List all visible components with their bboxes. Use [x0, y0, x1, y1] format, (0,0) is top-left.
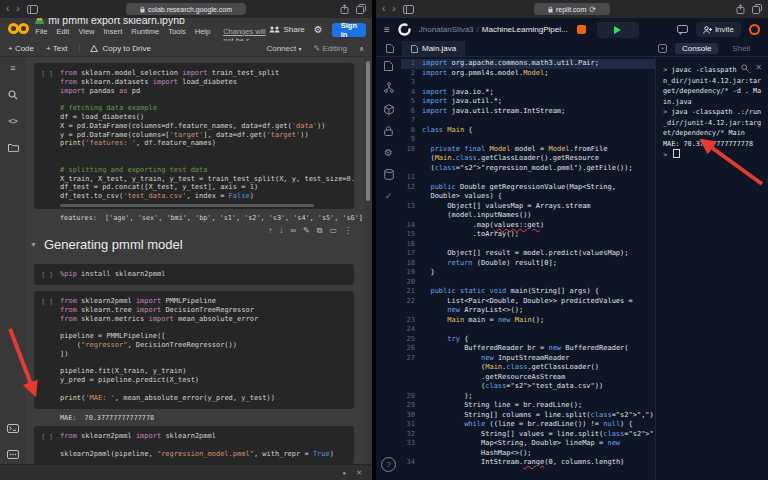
table-of-contents-icon[interactable]: ≡	[10, 63, 15, 73]
editor-line[interactable]: 14 .map(values::get)	[401, 221, 655, 231]
run-button[interactable]	[597, 22, 639, 38]
editor-line[interactable]: new ArrayList<>();	[401, 306, 655, 316]
editor-line[interactable]: (class="s2">"test_data.csv"))	[401, 382, 655, 392]
editor-line[interactable]: 34 IntStream.range(0, columns.length)	[401, 458, 655, 468]
editor-line[interactable]: (Main.class.getClassLoader()	[401, 363, 655, 373]
editor-line[interactable]: 3	[401, 78, 655, 88]
sidebar-toggle-icon[interactable]	[27, 5, 38, 14]
editor-line[interactable]: 7	[401, 116, 655, 126]
console-pane[interactable]: ✕ > javac -classpath .:/run_dir/junit-4.…	[655, 57, 768, 480]
back-button[interactable]: ‹	[382, 0, 385, 18]
run-cell-button[interactable]: [ ]	[34, 270, 60, 279]
editor-line[interactable]: 19 }	[401, 268, 655, 278]
code-snippets-icon[interactable]: <>	[8, 117, 18, 126]
editor-line[interactable]: 23 Main main = new Main();	[401, 316, 655, 326]
tab-shell[interactable]: Shell	[726, 43, 756, 54]
move-cell-down-icon[interactable]: ↓	[279, 226, 283, 236]
link-cell-icon[interactable]: ∞	[290, 226, 296, 236]
editor-line[interactable]: 27 new InputStreamReader	[401, 354, 655, 364]
code-cell-pipeline[interactable]: [ ] from sklearn2pmml import PMMLPipelin…	[34, 291, 354, 409]
collapse-header-icon[interactable]: ∧	[359, 45, 364, 53]
editor-line[interactable]: 31 while ((line = br.readLine()) != null…	[401, 420, 655, 430]
code-text[interactable]: (Main.class.getClassLoader().getResource	[422, 154, 599, 164]
code-text[interactable]: String[] columns = line.split(class="s2"…	[422, 411, 655, 421]
code-text[interactable]: Object[] result = model.predict(valuesMa…	[422, 249, 629, 259]
java-code-editor[interactable]: 1import org.apache.commons.math3.util.Pa…	[401, 57, 655, 480]
code-text[interactable]: return (Double) result[0];	[422, 259, 557, 269]
code-text[interactable]: while ((line = br.readLine()) != null) {	[422, 420, 633, 430]
sidebar-toggle-icon[interactable]	[403, 5, 414, 14]
editor-line[interactable]: 12 public Double getRegressionValue(Map<…	[401, 183, 655, 193]
close-panel-icon[interactable]: ✕	[356, 469, 362, 477]
code-text[interactable]: Main main = new Main();	[422, 316, 544, 326]
more-cell-actions-icon[interactable]: ⋮	[344, 226, 352, 236]
editor-line[interactable]: 2import org.pmml4s.model.Model;	[401, 69, 655, 79]
editor-line[interactable]: 13 Object[] valuesMap = Arrays.stream	[401, 202, 655, 212]
connect-button[interactable]: Connect ▾	[266, 44, 301, 53]
editor-line[interactable]: 24	[401, 325, 655, 335]
copy-to-drive-button[interactable]: Copy to Drive	[79, 44, 150, 53]
secrets-lock-icon[interactable]	[384, 126, 393, 136]
editor-line[interactable]: (class="s2">"regression_model.pmml").get…	[401, 164, 655, 174]
editor-line[interactable]: 10 private final Model model = Model.fro…	[401, 145, 655, 155]
code-text[interactable]: try {	[422, 335, 468, 345]
code-text[interactable]: import java.util.stream.IntStream;	[422, 107, 565, 117]
editor-line[interactable]: 11	[401, 173, 655, 183]
console-search-icon[interactable]	[741, 64, 749, 72]
copy-cell-icon[interactable]: ⧉	[317, 226, 323, 236]
editor-line[interactable]: 15 .toArray();	[401, 230, 655, 240]
cell-code[interactable]: from sklearn.model_selection import trai…	[60, 69, 354, 203]
editor-line[interactable]: 8class Main {	[401, 126, 655, 136]
console-cursor[interactable]	[673, 149, 680, 158]
editor-line[interactable]: 21 public static void main(String[] args…	[401, 287, 655, 297]
editor-line[interactable]: 29 String line = br.readLine();	[401, 401, 655, 411]
editor-line[interactable]: Double> values) {	[401, 192, 655, 202]
editor-line[interactable]: 30 String[] columns = line.split(class="…	[401, 411, 655, 421]
code-text[interactable]: List<Pair<Double, Double>> predictedValu…	[422, 297, 633, 307]
tabs-icon[interactable]	[356, 4, 366, 14]
code-text[interactable]: IntStream.range(0, columns.length)	[422, 458, 624, 468]
cell-code[interactable]: %pip install sklearn2pmml	[60, 270, 354, 279]
code-text[interactable]: import java.io.*;	[422, 88, 494, 98]
code-text[interactable]: String[] values = line.split(class="s2">…	[422, 430, 655, 440]
code-text[interactable]: .toArray();	[422, 230, 519, 240]
file-pane-icon[interactable]	[386, 44, 394, 53]
console-clear-icon[interactable]: ✕	[755, 63, 762, 72]
address-bar[interactable]: colab.research.google.com	[126, 3, 246, 15]
editor-line[interactable]: 17 Object[] result = model.predict(value…	[401, 249, 655, 259]
editor-line[interactable]: (model.inputNames())	[401, 211, 655, 221]
run-cell-button[interactable]: [ ]	[34, 69, 60, 203]
variable-inspector-icon[interactable]	[7, 450, 19, 459]
share-page-icon[interactable]	[340, 4, 349, 14]
add-code-button[interactable]: + Code	[8, 44, 34, 53]
editor-line[interactable]: 4import java.io.*;	[401, 88, 655, 98]
move-cell-up-icon[interactable]: ↑	[268, 226, 272, 236]
editor-line[interactable]: 28 );	[401, 392, 655, 402]
code-text[interactable]: BufferedReader br = new BufferedReader(	[422, 344, 629, 354]
breadcrumb-username[interactable]: JhonatanSilva3	[419, 25, 474, 34]
editor-line[interactable]: 26 BufferedReader br = new BufferedReade…	[401, 344, 655, 354]
code-text[interactable]: .getResourceAsStream	[422, 373, 565, 383]
forward-button[interactable]: ›	[392, 0, 395, 18]
section-heading[interactable]: ▼ Generating pmml model	[30, 237, 183, 252]
code-text[interactable]: Object[] valuesMap = Arrays.stream	[422, 202, 591, 212]
back-button[interactable]: ‹	[6, 0, 9, 18]
code-text[interactable]: (Main.class.getClassLoader()	[422, 363, 599, 373]
replit-logo[interactable]	[397, 22, 412, 37]
cell-code[interactable]: from sklearn2pmml import PMMLPipeline fr…	[60, 297, 354, 403]
terminal-icon[interactable]	[7, 424, 19, 433]
files-icon[interactable]	[8, 143, 19, 152]
code-text[interactable]: Map<String, Double> lineMap = new	[422, 439, 620, 449]
edit-cell-icon[interactable]: ✎	[303, 226, 310, 236]
share-button[interactable]: Share	[269, 25, 304, 34]
run-cell-button[interactable]: [ ]	[34, 432, 60, 458]
tab-console[interactable]: Console	[675, 43, 718, 54]
address-bar[interactable]: replit.com ⟳	[534, 3, 610, 15]
code-text[interactable]: Double> values) {	[422, 192, 502, 202]
editor-line[interactable]: 1import org.apache.commons.math3.util.Pa…	[401, 59, 655, 69]
editor-line[interactable]: 32 String[] values = line.split(class="s…	[401, 430, 655, 440]
cell-hscrollbar[interactable]	[60, 204, 314, 207]
invite-button[interactable]: Invite	[696, 22, 741, 37]
code-text[interactable]: HashMap<>();	[422, 449, 532, 459]
pane-layout-icon[interactable]	[658, 44, 667, 53]
